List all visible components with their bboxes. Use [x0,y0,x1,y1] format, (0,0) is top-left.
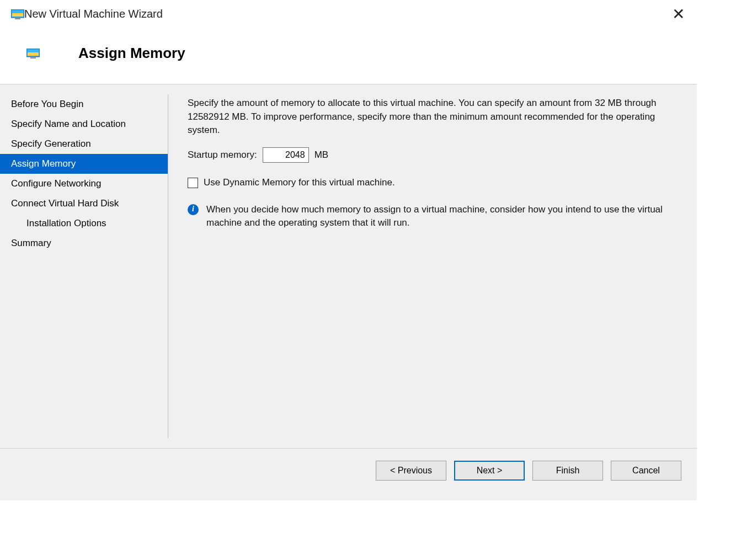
svg-rect-6 [28,50,39,52]
previous-button[interactable]: < Previous [376,461,446,481]
dynamic-memory-label: Use Dynamic Memory for this virtual mach… [204,176,395,190]
info-text: When you decide how much memory to assig… [206,203,673,230]
sidebar-step-0[interactable]: Before You Begin [0,94,168,114]
wizard-window: New Virtual Machine Wizard ✕ Assign Memo… [0,0,697,500]
sidebar-step-4[interactable]: Configure Networking [0,174,168,194]
sidebar-step-2[interactable]: Specify Generation [0,134,168,154]
sidebar-step-6[interactable]: Installation Options [0,214,168,233]
startup-memory-input[interactable] [263,147,309,163]
startup-memory-row: Startup memory: MB [188,147,680,163]
app-monitor-icon [11,9,24,19]
titlebar: New Virtual Machine Wizard ✕ [0,0,697,26]
close-icon[interactable]: ✕ [672,7,685,22]
dynamic-memory-row[interactable]: Use Dynamic Memory for this virtual mach… [188,176,680,190]
next-button[interactable]: Next > [454,461,525,481]
svg-rect-2 [12,10,23,13]
sidebar-step-7[interactable]: Summary [0,233,168,253]
page-header: Assign Memory [0,26,697,84]
svg-rect-7 [30,57,36,58]
info-icon: i [188,204,199,215]
dynamic-memory-checkbox[interactable] [188,178,198,188]
startup-memory-unit: MB [314,148,329,162]
wizard-footer: < Previous Next > Finish Cancel [0,448,697,500]
finish-button[interactable]: Finish [532,461,603,481]
page-monitor-icon [26,49,40,58]
info-row: i When you decide how much memory to ass… [188,203,673,230]
sidebar-step-5[interactable]: Connect Virtual Hard Disk [0,194,168,214]
content-pane: Specify the amount of memory to allocate… [168,84,697,448]
wizard-body: Before You BeginSpecify Name and Locatio… [0,84,697,448]
startup-memory-label: Startup memory: [188,148,257,162]
window-title: New Virtual Machine Wizard [24,8,163,20]
memory-description: Specify the amount of memory to allocate… [188,97,673,137]
wizard-steps-sidebar: Before You BeginSpecify Name and Locatio… [0,84,168,448]
sidebar-step-1[interactable]: Specify Name and Location [0,114,168,134]
sidebar-step-3[interactable]: Assign Memory [0,154,168,174]
svg-rect-3 [15,18,20,19]
cancel-button[interactable]: Cancel [611,461,681,481]
page-title: Assign Memory [78,45,185,62]
